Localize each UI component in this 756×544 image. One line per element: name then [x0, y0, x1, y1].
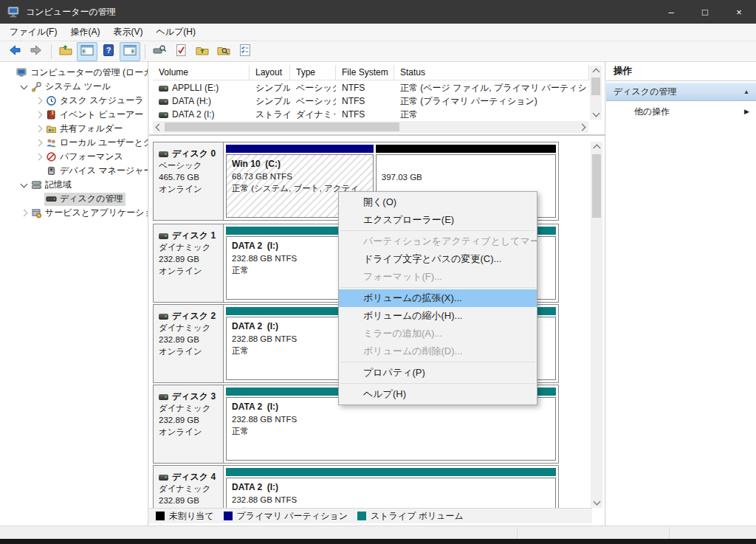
tree-item-body[interactable]: パフォーマンス — [44, 151, 126, 164]
menu-file[interactable]: ファイル(F) — [3, 24, 63, 41]
actions-section-disk-management[interactable]: ディスクの管理 ▲ — [606, 83, 756, 101]
scroll-thumb[interactable] — [165, 123, 399, 131]
actions-item-more-actions[interactable]: 他の操作 ▶ — [606, 103, 756, 120]
help-button[interactable]: ? — [98, 42, 119, 61]
back-button[interactable] — [4, 42, 25, 61]
scroll-right-button[interactable] — [578, 121, 588, 133]
disk-label-2[interactable]: ディスク 2ダイナミック232.89 GBオンライン — [154, 305, 224, 382]
scroll-left-button[interactable] — [153, 121, 163, 133]
sidebar-item-8[interactable]: 記憶域 — [0, 178, 148, 192]
tree-item-body[interactable]: 共有フォルダー — [44, 123, 126, 136]
partition-size: 232.88 GB NTFS — [232, 494, 555, 506]
disk-label-3[interactable]: ディスク 3ダイナミック232.89 GBオンライン — [154, 385, 224, 463]
partition-body[interactable]: DATA 2 (I:)232.88 GB NTFS正常 — [226, 397, 556, 461]
sidebar-item-0[interactable]: コンピューターの管理 (ローカル) — [0, 66, 148, 80]
scroll-down-button[interactable] — [590, 109, 602, 120]
action-pane-toggle-button[interactable] — [120, 42, 140, 61]
volume-row[interactable]: DATA 2 (I:)ストライプダイナミックNTFS正常 — [153, 108, 590, 121]
column-header-status[interactable]: Status — [394, 65, 589, 80]
partition-body[interactable]: DATA 2 (I:)232.88 GB NTFS正常 — [226, 478, 556, 508]
volume-row[interactable]: DATA (H:)シンプルベーシックNTFS正常 (プライマリ パーティション) — [153, 94, 590, 108]
column-header-file-system[interactable]: File System — [336, 65, 394, 80]
chevron-collapsed-icon[interactable] — [32, 98, 44, 103]
sidebar-item-5[interactable]: ローカル ユーザーとグループ — [0, 136, 148, 150]
tree-item-body[interactable]: ディスクの管理 — [44, 193, 126, 206]
properties-list-button[interactable] — [235, 42, 255, 61]
context-menu-item-14[interactable]: ヘルプ(H) — [339, 385, 537, 403]
scroll-thumb[interactable] — [592, 154, 601, 218]
volume-row[interactable]: APPLLI (E:)シンプルベーシックNTFS正常 (ページ ファイル, プラ… — [153, 81, 590, 94]
partition-4-0[interactable]: DATA 2 (I:)232.88 GB NTFS正常 — [226, 468, 556, 508]
menu-view[interactable]: 表示(V) — [106, 24, 149, 41]
chevron-collapsed-icon[interactable] — [32, 126, 44, 131]
console-tree-toggle-button[interactable] — [77, 42, 97, 61]
chevron-icon — [35, 111, 42, 119]
context-menu-item-7[interactable]: ボリュームの拡張(X)... — [339, 289, 537, 307]
minimize-button[interactable]: – — [654, 0, 688, 24]
titlebar: コンピューターの管理 – □ × — [0, 0, 756, 24]
sidebar-item-3[interactable]: イベント ビューアー — [0, 108, 148, 122]
close-button[interactable]: × — [722, 0, 756, 24]
scroll-thumb[interactable] — [591, 78, 600, 95]
menu-action[interactable]: 操作(A) — [63, 24, 106, 41]
column-header-type[interactable]: Type — [290, 65, 336, 80]
sidebar-item-1[interactable]: システム ツール — [0, 80, 148, 94]
tree-item-body[interactable]: 記憶域 — [30, 179, 75, 192]
chevron-collapsed-icon[interactable] — [32, 140, 44, 145]
collapse-icon[interactable]: ▲ — [743, 89, 749, 95]
disk-name-text: ディスク 4 — [172, 472, 216, 482]
toolbar-separator — [51, 44, 52, 59]
toolbar-separator — [145, 44, 145, 59]
tree-item-body[interactable]: サービスとアプリケーション — [30, 207, 148, 220]
disk-icon — [159, 475, 168, 481]
context-menu-item-0[interactable]: 開く(O) — [339, 193, 537, 211]
rescan-disks-button[interactable] — [149, 42, 170, 61]
menu-help[interactable]: ヘルプ(H) — [149, 24, 202, 41]
services-icon — [31, 207, 42, 218]
folder-search-button[interactable] — [213, 42, 234, 61]
scroll-down-button[interactable] — [591, 497, 602, 508]
sidebar-item-7[interactable]: デバイス マネージャー — [0, 164, 148, 178]
sidebar-item-2[interactable]: タスク スケジューラ — [0, 94, 148, 108]
tree-item-body[interactable]: イベント ビューアー — [44, 109, 146, 122]
pane-splitter[interactable] — [149, 134, 605, 136]
disk-label-0[interactable]: ディスク 0ベーシック465.76 GBオンライン — [154, 142, 224, 220]
column-header-layout[interactable]: Layout — [250, 65, 290, 80]
context-menu-item-12[interactable]: プロパティ(P) — [339, 364, 537, 382]
column-header-volume[interactable]: Volume — [153, 65, 250, 80]
chevron-expanded-icon[interactable] — [18, 184, 30, 187]
chevron-expanded-icon[interactable] — [18, 86, 30, 89]
folder-up-button[interactable] — [192, 42, 213, 61]
tree-item-body[interactable]: ローカル ユーザーとグループ — [44, 137, 148, 150]
tree-item-body[interactable]: タスク スケジューラ — [44, 94, 147, 108]
volume-list-vscrollbar[interactable] — [590, 66, 602, 120]
sidebar-item-9[interactable]: ディスクの管理 — [0, 192, 148, 206]
scroll-up-button[interactable] — [590, 66, 602, 76]
sidebar-item-4[interactable]: 共有フォルダー — [0, 122, 148, 136]
scroll-up-button[interactable] — [591, 142, 602, 152]
volume-list-hscrollbar[interactable] — [153, 121, 588, 133]
disk-label-1[interactable]: ディスク 1ダイナミック232.89 GBオンライン — [154, 224, 224, 302]
context-menu-item-1[interactable]: エクスプローラー(E) — [339, 211, 537, 229]
disk-area-vscrollbar[interactable] — [591, 142, 602, 508]
disk-label-4[interactable]: ディスク 4ダイナミック232.89 GBオンライン — [154, 466, 224, 508]
check-document-button[interactable] — [171, 42, 191, 61]
chevron-collapsed-icon[interactable] — [32, 154, 44, 159]
tree-item-body[interactable]: システム ツール — [30, 80, 114, 94]
tree-item-body[interactable]: コンピューターの管理 (ローカル) — [15, 66, 148, 80]
context-menu-item-4[interactable]: ドライブ文字とパスの変更(C)... — [339, 250, 537, 268]
context-menu-item-8[interactable]: ボリュームの縮小(H)... — [339, 307, 537, 325]
export-folder-icon — [58, 43, 73, 60]
maximize-button[interactable]: □ — [688, 0, 722, 24]
sidebar-item-6[interactable]: パフォーマンス — [0, 150, 148, 164]
disk-name-text: ディスク 0 — [172, 148, 216, 159]
drive-led — [165, 87, 167, 89]
sidebar-item-10[interactable]: サービスとアプリケーション — [0, 206, 148, 220]
tree-item-body[interactable]: デバイス マネージャー — [44, 165, 148, 178]
chevron-collapsed-icon[interactable] — [32, 112, 44, 117]
forward-button[interactable] — [26, 42, 47, 61]
export-folder-button[interactable] — [55, 42, 76, 61]
console-tree-toggle-icon — [80, 43, 94, 60]
chevron-collapsed-icon[interactable] — [18, 210, 30, 216]
disk-name-text: ディスク 1 — [172, 230, 216, 241]
